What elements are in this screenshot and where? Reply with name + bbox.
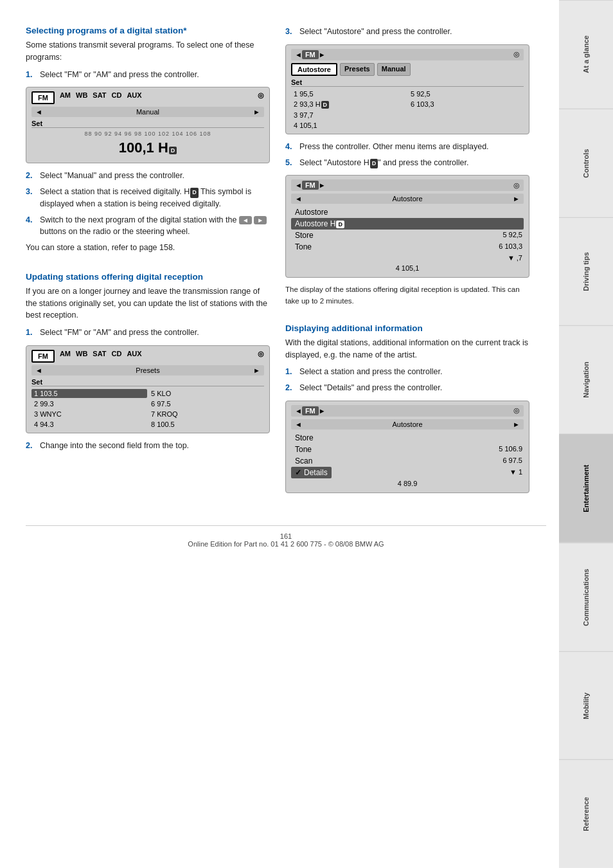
nav-icon: ◎ [513,406,520,415]
section4-intro: With the digital stations, additional in… [285,337,529,361]
tab-wb[interactable]: WB [76,350,87,363]
menu-tone[interactable]: Tone [291,444,315,455]
menu-store[interactable]: Store [291,230,317,241]
menu-scan[interactable]: Scan [291,455,316,467]
nav-bar: ◄ Presets ► [31,365,264,375]
menu-pad [291,253,299,263]
preset-1: 1 103.5 [31,389,147,398]
nav-bar: ◄ FM ► ◎ [291,49,524,60]
preset-empty [408,111,524,120]
nav-left-arrow: ◄ [295,51,302,59]
right-column: 3. Select "Autostore" and press the cont… [285,26,529,500]
tab-sat[interactable]: SAT [93,91,106,104]
menu-autostore[interactable]: Autostore [291,206,524,218]
tab-aux[interactable]: AUX [127,350,141,363]
section3-step3: 3. Select "Autostore" and press the cont… [285,26,529,38]
section-selecting-digital: Selecting programs of a digital station*… [26,26,270,254]
tab-aux[interactable]: AUX [127,91,141,104]
hd-badge: D [336,221,344,228]
section2-step1: 1. Select "FM" or "AM" and press the con… [26,327,270,339]
preset-5: 5 92,5 [408,89,524,98]
radio-display-1: FM AM WB SAT CD AUX ◎ ◄ Manual ► [26,87,270,163]
tab-am[interactable]: AM [60,91,71,104]
tab-cd[interactable]: CD [112,91,122,104]
left-column: Selecting programs of a digital station*… [26,26,270,500]
tab-cd[interactable]: CD [112,350,122,363]
menu-tone[interactable]: Tone [291,241,315,253]
section1-title: Selecting programs of a digital station* [26,26,270,35]
section-displaying-info: Displaying additional information With t… [285,323,529,493]
store-note: You can store a station, refer to page 1… [26,242,270,254]
sidebar-tab-navigation[interactable]: Navigation [559,325,613,434]
menu-scan-row: Scan 6 97.5 [291,455,524,467]
preset-bottom: 4 105,1 [291,263,524,273]
step-num: 1. [285,366,296,378]
menu-store-row: Store [291,432,524,444]
step-num: 1. [26,69,36,81]
right-btn[interactable]: ► [254,216,267,224]
sidebar-tab-reference[interactable]: Reference [559,759,613,868]
step-text: Select "Manual" and press the controller… [40,170,270,182]
nav-bar: ◄ Manual ► [31,107,264,117]
nav-autostore-label: Autostore [392,420,422,428]
nav-left-arrow: ◄ [295,420,302,428]
preset-6: 6 103,3 [408,100,524,109]
section3-step4: 4. Press the controller. Other menu item… [285,141,529,153]
menu-tab-manual[interactable]: Manual [377,63,411,76]
preset-val-4: ▼ 1 [508,467,524,478]
nav-bar-2: ◄ Autostore ► [291,194,524,204]
nav-right-arrow: ► [253,366,260,374]
preset-empty2 [408,121,524,130]
left-btn[interactable]: ◄ [239,216,252,224]
nav-left-arrow: ◄ [295,195,302,203]
preset-1: 1 95,5 [291,89,407,98]
step-text: Select a station and press the controlle… [299,366,529,378]
main-content: Selecting programs of a digital station*… [0,0,559,868]
preset-6: 6 97.5 [148,399,264,408]
nav-bar: ◄ FM ► ◎ [291,405,524,417]
section4-step1: 1. Select a station and press the contro… [285,366,529,378]
preset-5: 5 KLO [148,389,264,398]
sidebar-tab-communications[interactable]: Communications [559,543,613,651]
preset-3: 3 97,7 [291,111,407,120]
preset-vals: 5 92,5 [501,230,524,241]
menu-autostore-hd[interactable]: Autostore HD [291,218,524,230]
tab-sat[interactable]: SAT [93,350,106,363]
sidebar-tab-controls[interactable]: Controls [559,109,613,217]
step-text: Change into the second field from the to… [40,440,270,452]
sidebar-tab-driving-tips[interactable]: Driving tips [559,217,613,326]
sidebar: At a glance Controls Driving tips Naviga… [559,0,613,868]
sidebar-tab-entertainment[interactable]: Entertainment [559,434,613,543]
menu-tone-row: Tone 6 103,3 [291,241,524,253]
section1-step1: 1. Select "FM" or "AM" and press the con… [26,69,270,81]
section4-title: Displaying additional information [285,323,529,333]
nav-bar-2: ◄ Autostore ► [291,419,524,429]
menu-tab-autostore[interactable]: Autostore [291,63,337,76]
menu-store[interactable]: Store [291,432,317,444]
sidebar-tab-at-a-glance[interactable]: At a glance [559,0,613,109]
nav-left-arrow: ◄ [35,366,42,374]
tab-fm[interactable]: FM [31,350,55,363]
set-label: Set [31,378,264,386]
tab-am[interactable]: AM [60,350,71,363]
tab-wb[interactable]: WB [76,91,87,104]
step-text: Select "FM" or "AM" and press the contro… [40,327,270,339]
fm-label: FM [302,181,319,190]
menu-pad-row: ▼ ,7 [291,253,524,263]
step-text: Select "Autostore" and press the control… [299,26,529,38]
nav-label: Manual [136,108,159,116]
section1-step2: 2. Select "Manual" and press the control… [26,170,270,182]
menu-details[interactable]: ✓Details [291,467,332,478]
tab-fm[interactable]: FM [31,91,55,104]
menu-tab-presets[interactable]: Presets [340,63,375,76]
menu-list: Autostore Autostore HD Store 5 92,5 Tone… [291,206,524,273]
nav-autostore-label: Autostore [392,195,422,203]
section1-step4: 4. Switch to the next program of the dig… [26,214,270,239]
page-number: 161 [26,532,546,540]
nav-icon: ◎ [513,50,520,59]
step-text: Switch to the next program of the digita… [40,214,270,239]
preset-val-2: 5 106.9 [497,444,524,455]
radio-display-3: ◄ FM ► ◎ Autostore Presets Manual Set 1 … [285,44,529,134]
sidebar-tab-mobility[interactable]: Mobility [559,651,613,760]
nav-bar: ◄ FM ► ◎ [291,179,524,191]
